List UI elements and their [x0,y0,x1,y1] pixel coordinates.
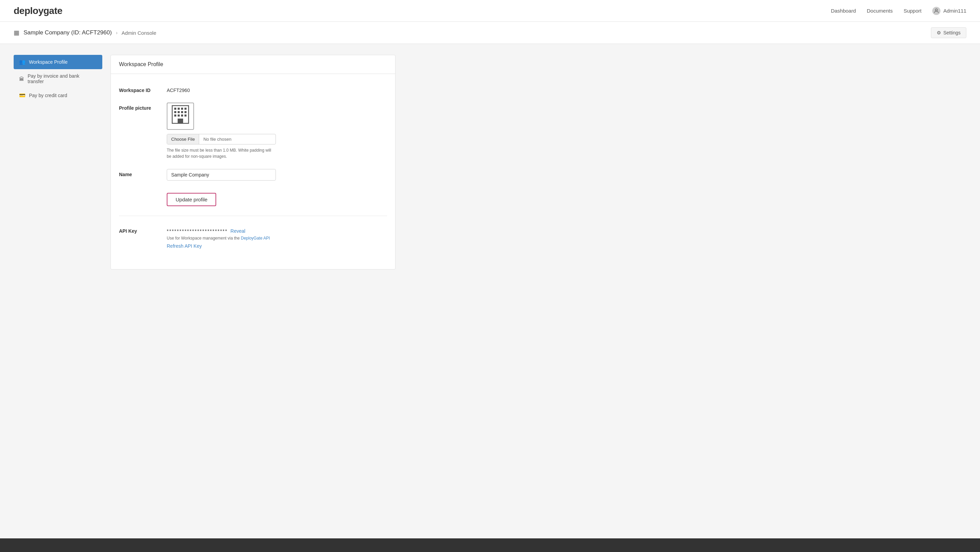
svg-rect-6 [174,111,176,113]
header: deploygate Dashboard Documents Support A… [0,0,980,22]
section-divider [119,216,387,216]
svg-point-0 [935,9,937,11]
user-avatar-icon [932,7,940,15]
deploygate-api-link[interactable]: DeployGate API [241,236,270,241]
nav-dashboard[interactable]: Dashboard [831,8,856,14]
breadcrumb-left: ▦ Sample Company (ID: ACFT2960) › Admin … [14,29,156,36]
svg-rect-13 [185,114,186,117]
nav-support[interactable]: Support [904,8,922,14]
building-icon [172,105,189,128]
svg-rect-7 [178,111,180,113]
breadcrumb-section: Admin Console [122,30,156,36]
sidebar-item-credit-card-label: Pay by credit card [29,93,67,98]
settings-label: Settings [943,30,961,35]
breadcrumb-separator: › [116,30,118,35]
name-input[interactable] [167,169,276,181]
api-key-masked: ************************ [167,228,228,234]
breadcrumb-bar: ▦ Sample Company (ID: ACFT2960) › Admin … [0,22,980,44]
file-name-label: No file chosen [199,134,235,144]
sidebar-item-invoice-label: Pay by invoice and bank transfer [28,73,97,84]
profile-picture-row: Profile picture [119,103,387,159]
api-key-display: ************************ Reveal [167,228,387,234]
header-nav: Dashboard Documents Support Admin111 [831,7,966,15]
content-panel: Workspace Profile Workspace ID ACFT2960 … [110,55,396,270]
profile-picture-preview [167,103,194,130]
api-hint: Use for Workspace management via the Dep… [167,236,387,241]
main-content: 👥 Workspace Profile 🏛 Pay by invoice and… [0,44,409,281]
file-hint: The file size must be less than 1.0 MB. … [167,147,276,159]
svg-rect-2 [174,108,176,110]
workspace-id-field: ACFT2960 [167,85,387,93]
svg-rect-11 [178,114,180,117]
logo-prefix: deploy [14,5,43,16]
profile-picture-label: Profile picture [119,103,167,159]
invoice-icon: 🏛 [19,76,24,82]
file-input-wrapper[interactable]: Choose File No file chosen [167,134,276,144]
reveal-link[interactable]: Reveal [231,228,245,234]
api-key-row: API Key ************************ Reveal … [119,225,387,249]
content-title: Workspace Profile [111,55,395,74]
workspace-id-value: ACFT2960 [167,85,387,93]
workspace-id-row: Workspace ID ACFT2960 [119,85,387,93]
sidebar-item-workspace-profile[interactable]: 👥 Workspace Profile [14,55,102,69]
workspace-id-label: Workspace ID [119,85,167,93]
nav-documents[interactable]: Documents [867,8,893,14]
svg-rect-8 [181,111,183,113]
name-field [167,169,387,181]
settings-button[interactable]: ⚙ Settings [931,27,966,38]
api-key-field: ************************ Reveal Use for … [167,225,387,249]
svg-rect-5 [185,108,186,110]
sidebar-item-pay-by-credit-card[interactable]: 💳 Pay by credit card [14,88,102,103]
choose-file-button[interactable]: Choose File [167,134,199,144]
name-row: Name [119,169,387,181]
workspace-icon: ▦ [14,29,19,36]
breadcrumb-company: Sample Company (ID: ACFT2960) [24,29,112,36]
name-label: Name [119,169,167,181]
content-body: Workspace ID ACFT2960 Profile picture [111,74,395,269]
svg-rect-10 [174,114,176,117]
user-menu[interactable]: Admin111 [932,7,966,15]
sidebar-item-pay-by-invoice[interactable]: 🏛 Pay by invoice and bank transfer [14,69,102,88]
username: Admin111 [943,8,966,14]
svg-rect-3 [178,108,180,110]
sidebar-item-workspace-profile-label: Workspace Profile [29,59,67,65]
logo-bold: gate [43,5,62,16]
svg-rect-14 [178,119,183,123]
refresh-api-key-link[interactable]: Refresh API Key [167,243,387,249]
logo: deploygate [14,5,62,16]
api-hint-prefix: Use for Workspace management via the [167,236,241,241]
update-profile-button[interactable]: Update profile [167,193,216,206]
settings-gear-icon: ⚙ [937,30,941,35]
sidebar: 👥 Workspace Profile 🏛 Pay by invoice and… [14,55,102,270]
api-key-label: API Key [119,225,167,249]
svg-rect-9 [185,111,186,113]
update-profile-row: Update profile [119,190,387,206]
workspace-profile-icon: 👥 [19,59,25,65]
profile-picture-field: Choose File No file chosen The file size… [167,103,387,159]
svg-rect-4 [181,108,183,110]
svg-rect-12 [181,114,183,117]
credit-card-icon: 💳 [19,92,25,98]
